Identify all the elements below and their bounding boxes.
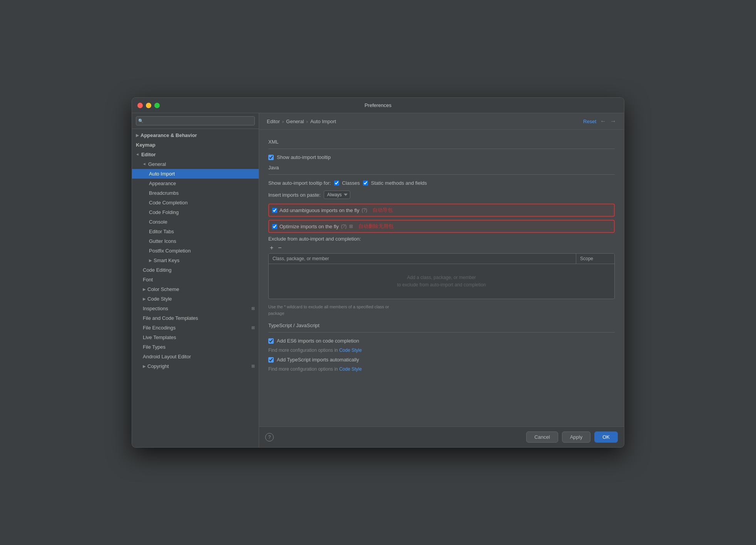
ts-code-style-link-2[interactable]: Code Style (339, 366, 362, 372)
sidebar-item-file-types[interactable]: File Types (132, 342, 259, 352)
java-divider (268, 174, 615, 175)
sidebar-item-android-layout-editor[interactable]: Android Layout Editor (132, 352, 259, 361)
java-add-unambiguous-row: Add unambiguous imports on the fly (?) 自… (268, 204, 615, 217)
apply-button[interactable]: Apply (562, 431, 591, 443)
sidebar-item-file-code-templates[interactable]: File and Code Templates (132, 313, 259, 323)
search-input[interactable] (136, 116, 255, 125)
breadcrumb-sep: › (306, 119, 308, 124)
content-header: Editor › General › Auto Import Reset ← → (259, 113, 624, 130)
java-static-checkbox[interactable] (363, 181, 368, 186)
sidebar-item-label: Console (149, 219, 167, 225)
chevron-icon: ▼ (135, 153, 140, 157)
sidebar-item-label: Font (143, 277, 153, 283)
sidebar-item-label: Breadcrumbs (149, 190, 179, 196)
sidebar-item-label: Color Scheme (147, 286, 179, 292)
table-col-scope-header: Scope (576, 254, 614, 264)
breadcrumb-general: General (286, 119, 304, 124)
sidebar-item-code-editing[interactable]: Code Editing (132, 265, 259, 275)
main-content: 🔍 ▶ Appearance & Behavior Keymap ▼ Edito… (132, 113, 624, 447)
search-box: 🔍 (132, 113, 259, 129)
cancel-button[interactable]: Cancel (526, 431, 558, 443)
search-wrapper: 🔍 (136, 116, 255, 125)
sidebar-item-font[interactable]: Font (132, 275, 259, 284)
sidebar-item-copyright[interactable]: ▶ Copyright ⊞ (132, 361, 259, 371)
sidebar-item-gutter-icons[interactable]: Gutter Icons (132, 236, 259, 246)
add-button[interactable]: + (268, 244, 275, 252)
sidebar-item-editor[interactable]: ▼ Editor (132, 150, 259, 159)
sidebar-item-label: Appearance & Behavior (140, 132, 197, 138)
sidebar-item-code-completion[interactable]: Code Completion (132, 198, 259, 207)
breadcrumb-editor: Editor (267, 119, 280, 124)
bottom-left: ? (265, 433, 274, 441)
sidebar-item-code-style[interactable]: ▶ Code Style (132, 294, 259, 304)
badge-icon: ⊞ (251, 325, 255, 330)
java-add-unambiguous-annotation: 自动导包 (373, 207, 393, 214)
java-tooltip-for-row: Show auto-import tooltip for: Classes St… (268, 180, 615, 186)
ts-add-es6-checkbox[interactable] (268, 338, 274, 344)
ts-code-style-link-1[interactable]: Code Style (339, 348, 362, 353)
java-classes-checkbox[interactable] (334, 181, 339, 186)
sidebar-item-label: Postfix Completion (149, 248, 191, 254)
sidebar-item-appearance-behavior[interactable]: ▶ Appearance & Behavior (132, 130, 259, 140)
sidebar-item-label: Auto Import (149, 171, 175, 177)
close-button[interactable] (137, 103, 143, 108)
xml-show-tooltip-label: Show auto-import tooltip (277, 154, 331, 160)
sidebar-item-color-scheme[interactable]: ▶ Color Scheme (132, 284, 259, 294)
sidebar-item-label: General (148, 161, 166, 167)
java-classes-label: Classes (342, 180, 360, 186)
java-section-label: Java (268, 165, 615, 171)
ts-add-es6-label: Add ES6 imports on code completion (277, 338, 359, 344)
maximize-button[interactable] (154, 103, 160, 108)
sidebar-item-console[interactable]: Console (132, 217, 259, 227)
java-optimize-imports-label: Optimize imports on the fly (279, 224, 339, 229)
sidebar-item-label: Smart Keys (154, 257, 179, 263)
java-insert-imports-select[interactable]: Always Ask Never (324, 191, 350, 199)
sidebar-item-postfix-completion[interactable]: Postfix Completion (132, 246, 259, 256)
sidebar-item-editor-tabs[interactable]: Editor Tabs (132, 227, 259, 236)
ts-add-typescript-checkbox[interactable] (268, 357, 274, 363)
ts-add-es6-row: Add ES6 imports on code completion (268, 338, 615, 344)
sidebar-item-label: Gutter Icons (149, 238, 176, 244)
ok-button[interactable]: OK (594, 431, 618, 443)
gear-icon[interactable]: ⊞ (349, 224, 353, 229)
remove-button[interactable]: − (276, 244, 283, 252)
xml-show-tooltip-row: Show auto-import tooltip (268, 154, 615, 160)
reset-button[interactable]: Reset (583, 119, 596, 124)
table-toolbar: + − (268, 244, 615, 252)
sidebar-item-label: Editor Tabs (149, 229, 174, 234)
sidebar-item-file-encodings[interactable]: File Encodings ⊞ (132, 323, 259, 333)
sidebar-item-label: File Types (143, 344, 166, 350)
java-optimize-imports-checkbox[interactable] (272, 224, 277, 229)
java-insert-imports-label: Insert imports on paste: (268, 192, 321, 198)
ts-find-more-2: Find more configuration options in Code … (268, 366, 615, 372)
sidebar-item-label: Keymap (136, 142, 156, 148)
nav-back-button[interactable]: ← (600, 118, 606, 125)
table-header-row: Class, package, or member Scope (269, 254, 614, 264)
sidebar-item-breadcrumbs[interactable]: Breadcrumbs (132, 188, 259, 198)
help-icon-2[interactable]: (?) (341, 224, 347, 229)
badge-icon: ⊞ (251, 364, 255, 369)
chevron-icon: ▶ (149, 258, 152, 262)
sidebar-item-appearance[interactable]: Appearance (132, 179, 259, 188)
ts-add-typescript-row: Add TypeScript imports automatically (268, 357, 615, 363)
sidebar-item-label: Code Folding (149, 209, 179, 215)
sidebar-item-inspections[interactable]: Inspections ⊞ (132, 304, 259, 313)
window-title: Preferences (365, 102, 391, 108)
minimize-button[interactable] (146, 103, 151, 108)
sidebar-item-smart-keys[interactable]: ▶ Smart Keys (132, 256, 259, 265)
sidebar-item-auto-import[interactable]: Auto Import (132, 169, 259, 179)
help-icon[interactable]: (?) (361, 207, 367, 213)
xml-show-tooltip-checkbox[interactable] (268, 155, 274, 160)
nav-forward-button[interactable]: → (610, 118, 616, 125)
ts-find-more-1: Find more configuration options in Code … (268, 348, 615, 353)
help-button[interactable]: ? (265, 433, 274, 441)
ts-section-label: TypeScript / JavaScript (268, 323, 615, 328)
java-add-unambiguous-checkbox[interactable] (272, 208, 277, 213)
xml-divider (268, 149, 615, 149)
sidebar-item-general[interactable]: ▼ General (132, 159, 259, 169)
sidebar-item-keymap[interactable]: Keymap (132, 140, 259, 150)
sidebar-item-live-templates[interactable]: Live Templates (132, 333, 259, 342)
sidebar-item-code-folding[interactable]: Code Folding (132, 207, 259, 217)
sidebar-tree: ▶ Appearance & Behavior Keymap ▼ Editor … (132, 129, 259, 447)
chevron-icon: ▼ (142, 162, 147, 166)
